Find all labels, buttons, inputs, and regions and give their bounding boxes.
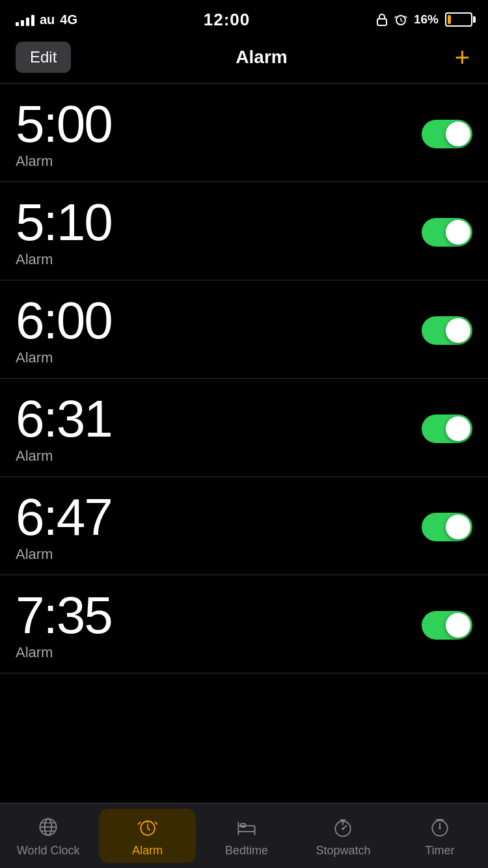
alarm-item[interactable]: 7:35 Alarm (0, 575, 488, 673)
alarm-header: Edit Alarm + (0, 35, 488, 84)
toggle-knob (446, 416, 470, 441)
alarm-item[interactable]: 6:00 Alarm (0, 280, 488, 379)
bed-icon (234, 814, 260, 840)
globe-icon (35, 814, 61, 840)
nav-alarm[interactable]: Alarm (99, 809, 195, 863)
alarm-info: 7:35 Alarm (16, 590, 112, 661)
toggle-knob (446, 515, 470, 539)
alarm-list: 5:00 Alarm 5:10 Alarm 6:00 Alarm (0, 84, 488, 739)
svg-point-20 (439, 827, 441, 830)
alarm-label: Alarm (16, 448, 112, 465)
nav-stopwatch[interactable]: Stopwatch (295, 807, 391, 864)
alarm-info: 6:00 Alarm (16, 295, 112, 366)
toggle-knob (446, 220, 470, 245)
nav-bedtime-label: Bedtime (225, 844, 268, 858)
battery-percent: 16% (414, 12, 439, 27)
status-bar: au 4G 12:00 16% (0, 0, 488, 35)
alarm-time: 6:47 (16, 491, 112, 543)
status-left: au 4G (16, 12, 77, 27)
status-right: 16% (376, 12, 472, 27)
alarm-time: 7:35 (16, 590, 112, 642)
network-label: 4G (60, 12, 77, 27)
alarm-info: 6:47 Alarm (16, 491, 112, 563)
signal-bars (16, 13, 34, 26)
alarm-toggle[interactable] (422, 120, 472, 148)
alarm-toggle[interactable] (422, 414, 472, 443)
alarm-item[interactable]: 6:47 Alarm (0, 477, 488, 575)
page-title: Alarm (236, 47, 287, 68)
alarm-status-icon (394, 13, 407, 26)
alarm-toggle[interactable] (422, 513, 472, 541)
alarm-info: 6:31 Alarm (16, 393, 112, 465)
alarm-info: 5:00 Alarm (16, 98, 112, 170)
bottom-nav: World Clock Alarm Bedtime (0, 803, 488, 868)
nav-alarm-label: Alarm (132, 844, 163, 858)
alarm-label: Alarm (16, 153, 112, 170)
carrier-label: au (40, 12, 55, 27)
battery-icon (445, 12, 472, 27)
svg-rect-0 (377, 19, 386, 25)
alarm-label: Alarm (16, 349, 112, 366)
nav-world-clock[interactable]: World Clock (0, 807, 96, 864)
alarm-time: 5:00 (16, 98, 112, 150)
alarm-toggle[interactable] (422, 316, 472, 345)
alarm-item[interactable]: 6:31 Alarm (0, 379, 488, 477)
alarm-toggle[interactable] (422, 218, 472, 247)
alarm-label: Alarm (16, 644, 112, 661)
lock-icon (376, 13, 388, 26)
toggle-knob (446, 613, 470, 638)
nav-timer-label: Timer (425, 844, 454, 858)
alarm-time: 6:31 (16, 393, 112, 445)
nav-world-clock-label: World Clock (17, 844, 80, 858)
alarm-label: Alarm (16, 546, 112, 563)
timer-icon (427, 814, 453, 840)
stopwatch-icon (330, 814, 356, 840)
nav-bedtime[interactable]: Bedtime (198, 807, 295, 864)
toggle-knob (446, 122, 470, 146)
alarm-item[interactable]: 5:00 Alarm (0, 84, 488, 182)
toggle-knob (446, 318, 470, 343)
alarm-info: 5:10 Alarm (16, 197, 112, 268)
alarm-item[interactable]: 5:10 Alarm (0, 182, 488, 280)
alarm-toggle[interactable] (422, 611, 472, 640)
alarm-label: Alarm (16, 251, 112, 268)
alarm-time: 6:00 (16, 295, 112, 347)
svg-point-17 (342, 828, 345, 830)
nav-timer[interactable]: Timer (392, 807, 488, 864)
alarm-time: 5:10 (16, 197, 112, 249)
nav-stopwatch-label: Stopwatch (316, 844, 370, 858)
alarm-nav-icon (135, 814, 161, 840)
status-time: 12:00 (204, 10, 251, 30)
edit-button[interactable]: Edit (16, 42, 71, 73)
add-alarm-button[interactable]: + (452, 44, 472, 70)
